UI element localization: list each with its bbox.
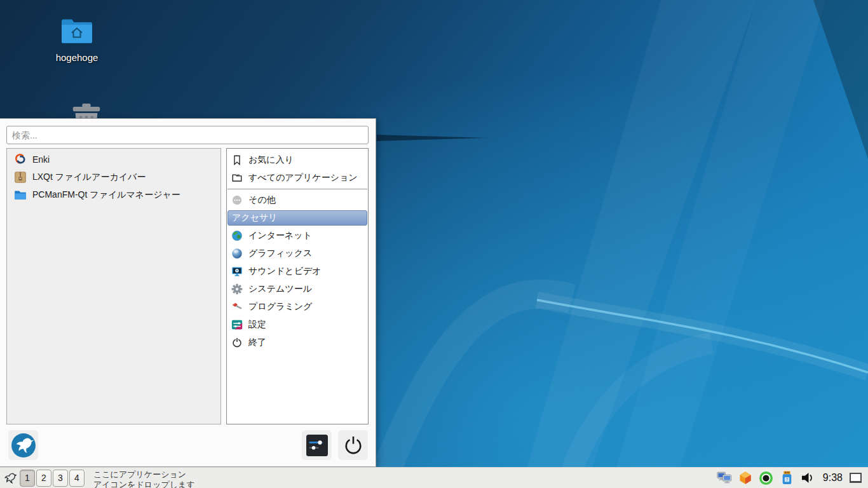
category-label: すべてのアプリケーション — [248, 172, 358, 184]
category-item[interactable]: すべてのアプリケーション — [227, 169, 368, 187]
app-label: LXQt ファイルアーカイバー — [32, 172, 146, 183]
category-label: お気に入り — [248, 154, 294, 166]
category-label: その他 — [248, 194, 276, 206]
category-label: システムツール — [248, 283, 312, 295]
power-icon — [231, 337, 243, 348]
ellipsis-icon — [231, 194, 243, 206]
bookmark-icon — [231, 154, 243, 166]
category-item[interactable]: その他 — [227, 191, 368, 209]
quicklaunch-drop-hint: ここにアプリケーション アイコンをドロップします — [93, 468, 195, 488]
svg-text:?: ? — [786, 477, 789, 482]
workspace-button-3[interactable]: 3 — [53, 470, 68, 487]
lxqt-about-button[interactable] — [8, 430, 38, 460]
show-desktop-button[interactable] — [850, 473, 862, 483]
app-list: EnkiLXQt ファイルアーカイバーPCManFM-Qt ファイルマネージャー — [6, 148, 221, 424]
workspace-button-1[interactable]: 1 — [20, 470, 35, 487]
workspace-button-2[interactable]: 2 — [36, 470, 51, 487]
quicklaunch-hint-line2: アイコンをドロップします — [93, 480, 195, 488]
app-list-item[interactable]: LXQt ファイルアーカイバー — [7, 168, 220, 186]
clock: 9:38 — [823, 472, 843, 484]
category-label: サウンドとビデオ — [248, 266, 322, 277]
category-item[interactable]: サウンドとビデオ — [227, 262, 368, 280]
category-label: プログラミング — [248, 301, 312, 313]
desktop-icon-home-folder[interactable]: hogehoge — [46, 14, 107, 63]
sphere-icon — [231, 248, 243, 259]
volume-icon[interactable] — [801, 470, 816, 485]
sliders-icon — [231, 319, 243, 330]
taskbar: 1234 ここにアプリケーション アイコンをドロップします ? 9:38 — [0, 467, 868, 488]
workspace-button-4[interactable]: 4 — [69, 470, 85, 487]
sliders-icon — [306, 435, 328, 456]
menu-settings-button[interactable] — [302, 430, 332, 460]
recorder-ring-icon[interactable] — [759, 470, 774, 485]
category-label: 終了 — [248, 337, 266, 348]
category-label: グラフィックス — [248, 248, 312, 259]
folder-blue-icon — [13, 188, 27, 202]
hammer-icon — [231, 301, 243, 313]
lxqt-bird-logo-icon — [11, 433, 36, 458]
category-label: アクセサリ — [232, 212, 278, 224]
system-tray: ? 9:38 — [717, 470, 868, 485]
network-computers-icon[interactable] — [717, 470, 732, 485]
app-menu-popup: EnkiLXQt ファイルアーカイバーPCManFM-Qt ファイルマネージャー… — [0, 118, 376, 467]
archiver-icon — [13, 170, 27, 184]
gear-icon — [231, 283, 243, 295]
power-icon — [342, 435, 364, 456]
category-label: 設定 — [248, 319, 266, 330]
app-list-item[interactable]: PCManFM-Qt ファイルマネージャー — [7, 186, 220, 204]
monitor-play-icon — [231, 266, 243, 277]
category-list: お気に入りすべてのアプリケーションその他アクセサリインターネットグラフィックスサ… — [226, 148, 369, 424]
lxqt-bird-outline-icon — [2, 470, 18, 486]
category-item[interactable]: インターネット — [227, 227, 368, 245]
home-folder-icon — [60, 14, 93, 47]
enki-icon — [13, 152, 27, 166]
folder-outline-icon — [231, 172, 243, 184]
workspace-switcher: 1234 — [20, 470, 85, 487]
desktop-icon-label: hogehoge — [46, 52, 107, 63]
category-item[interactable]: プログラミング — [227, 298, 368, 316]
category-item[interactable]: お気に入り — [227, 151, 368, 169]
app-list-item[interactable]: Enki — [7, 151, 220, 168]
globe-icon — [231, 230, 243, 241]
category-item[interactable]: 設定 — [227, 316, 368, 334]
app-label: PCManFM-Qt ファイルマネージャー — [32, 189, 180, 201]
category-separator — [227, 189, 367, 189]
category-item[interactable]: グラフィックス — [227, 245, 368, 262]
quicklaunch-hint-line1: ここにアプリケーション — [93, 470, 195, 480]
menu-power-button[interactable] — [338, 430, 368, 460]
desktop: hogehoge EnkiLXQt ファイルアーカイバーPCManFM-Qt フ… — [0, 0, 868, 488]
usb-device-icon[interactable]: ? — [780, 470, 795, 485]
category-label: インターネット — [248, 230, 312, 241]
taskbar-menu-button[interactable] — [0, 468, 19, 488]
category-item[interactable]: 終了 — [227, 334, 368, 351]
search-input[interactable] — [6, 126, 369, 144]
category-item[interactable]: アクセサリ — [227, 210, 367, 226]
app-label: Enki — [32, 154, 50, 165]
package-icon[interactable] — [738, 470, 753, 485]
category-item[interactable]: システムツール — [227, 280, 368, 298]
